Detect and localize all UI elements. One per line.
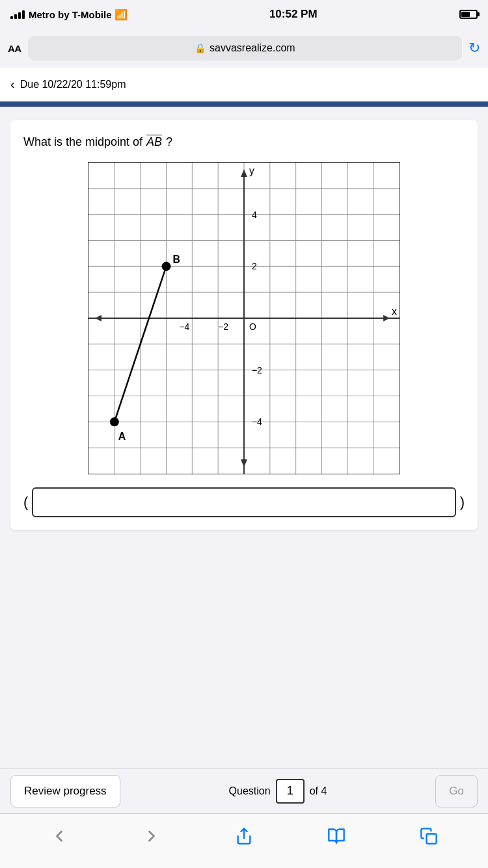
status-time: 10:52 PM — [269, 8, 318, 21]
aa-button[interactable]: AA — [8, 43, 21, 54]
share-button[interactable] — [235, 827, 253, 845]
of-text: of 4 — [310, 785, 327, 797]
browser-bar: AA 🔒 savvasrealize.com ↻ — [0, 29, 488, 68]
blue-divider — [0, 102, 488, 107]
carrier-text: Metro by T-Mobile — [29, 9, 112, 20]
question-number-box[interactable]: 1 — [276, 779, 305, 804]
question-text: What is the midpoint of AB ? — [23, 135, 465, 149]
status-bar: Metro by T-Mobile 📶 10:52 PM — [0, 0, 488, 29]
question-prefix: What is the midpoint of — [23, 135, 142, 149]
back-arrow-icon[interactable]: ‹ — [10, 77, 15, 92]
signal-bars-icon — [10, 10, 25, 19]
svg-text:−2: −2 — [218, 321, 228, 332]
status-right — [459, 10, 478, 19]
svg-text:−4: −4 — [252, 416, 262, 427]
svg-text:4: 4 — [252, 210, 257, 220]
book-button[interactable] — [327, 827, 346, 845]
forward-button[interactable] — [142, 827, 161, 845]
svg-text:y: y — [249, 165, 254, 176]
question-suffix: ? — [166, 135, 172, 149]
status-left: Metro by T-Mobile 📶 — [10, 8, 128, 21]
reload-button[interactable]: ↻ — [468, 40, 480, 57]
copy-button[interactable] — [420, 827, 438, 845]
bottom-toolbar — [0, 813, 488, 868]
url-text: savvasrealize.com — [210, 42, 295, 54]
due-text: Due 10/22/20 11:59pm — [20, 79, 126, 90]
go-button[interactable]: Go — [435, 775, 478, 807]
svg-point-39 — [162, 262, 171, 271]
question-number: 1 — [287, 784, 293, 798]
svg-text:2: 2 — [252, 261, 257, 271]
lock-icon: 🔒 — [195, 43, 206, 53]
question-label: Question — [229, 785, 271, 797]
svg-text:−4: −4 — [179, 321, 189, 332]
coordinate-graph: x y −4 −2 O 4 2 — [88, 162, 400, 474]
bottom-nav: Review progress Question 1 of 4 Go — [0, 768, 488, 813]
due-bar: ‹ Due 10/22/20 11:59pm — [0, 68, 488, 102]
svg-text:−2: −2 — [252, 365, 262, 375]
open-paren: ( — [23, 494, 28, 511]
svg-marker-29 — [241, 459, 247, 467]
svg-marker-28 — [241, 169, 247, 177]
answer-input[interactable] — [32, 487, 455, 517]
svg-text:x: x — [392, 306, 397, 317]
svg-text:A: A — [118, 431, 126, 442]
close-paren: ) — [460, 494, 465, 511]
back-button[interactable] — [50, 827, 68, 845]
svg-text:O: O — [249, 321, 256, 332]
segment-label: AB — [146, 135, 162, 149]
svg-point-41 — [110, 417, 119, 426]
svg-text:B: B — [172, 254, 180, 265]
svg-marker-24 — [383, 315, 390, 321]
main-content: What is the midpoint of AB ? — [0, 107, 488, 541]
graph-container: x y −4 −2 O 4 2 — [23, 162, 465, 474]
review-progress-button[interactable]: Review progress — [10, 775, 120, 807]
question-card: What is the midpoint of AB ? — [10, 120, 478, 530]
wifi-icon: 📶 — [115, 8, 128, 21]
svg-rect-44 — [427, 834, 437, 843]
svg-marker-25 — [95, 315, 102, 321]
url-bar[interactable]: 🔒 savvasrealize.com — [28, 36, 462, 61]
answer-row: ( ) — [23, 487, 465, 517]
battery-icon — [459, 10, 478, 19]
question-nav: Question 1 of 4 — [128, 779, 428, 804]
